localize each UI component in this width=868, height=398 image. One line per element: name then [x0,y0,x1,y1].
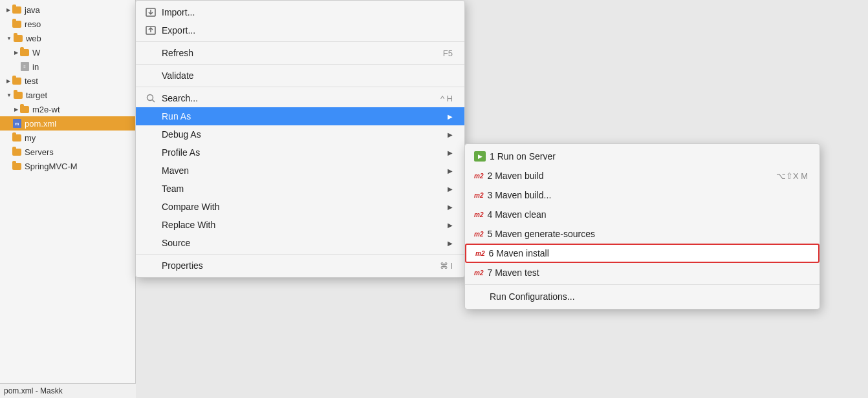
sidebar-item-java[interactable]: ▶ java [0,3,135,17]
separator-4 [136,254,464,255]
context-menu-main: Import... Export... Refresh F5 Validate [135,0,465,278]
sidebar-item-servers[interactable]: ▶ Servers [0,145,135,159]
run-server-icon: ▶ [474,151,486,162]
search-label: Search... [162,93,440,103]
menu-item-run-configurations[interactable]: Run Configurations... [465,287,819,306]
arrow-icon: ▶ [14,50,18,56]
submenu-arrow-icon: ▶ [448,204,453,211]
runas-icon [145,110,157,122]
separator-run [465,284,819,285]
source-icon [145,237,157,249]
sidebar-item-label: SpringMVC-M [25,162,78,171]
sidebar-item-label: reso [25,19,41,29]
submenu-arrow-icon: ▶ [448,240,453,247]
submenu-arrow-icon: ▶ [448,149,453,156]
separator-2 [136,64,464,65]
submenu-arrow-icon: ▶ [448,113,453,120]
menu-item-replacewith[interactable]: Replace With ▶ [136,216,464,234]
menu-item-maven-clean[interactable]: m2 4 Maven clean [465,205,819,224]
context-menu-runas: ▶ 1 Run on Server m2 2 Maven build ⌥⇧X M… [464,143,820,309]
sidebar-item-target[interactable]: ▼ target [0,88,135,102]
sidebar-item-label: in [32,62,39,72]
menu-item-run-server[interactable]: ▶ 1 Run on Server [465,147,819,166]
sidebar-item-label: my [25,133,36,143]
maven-test-label: 7 Maven test [487,267,539,278]
replacewith-label: Replace With [162,220,448,230]
properties-icon [145,260,157,271]
menu-item-maven-generate[interactable]: m2 5 Maven generate-sources [465,224,819,244]
menu-item-import[interactable]: Import... [136,3,464,21]
sidebar-item-reso[interactable]: ▶ reso [0,17,135,31]
menu-item-maven-build[interactable]: m2 2 Maven build ⌥⇧X M [465,166,819,185]
menu-item-debugas[interactable]: Debug As ▶ [136,125,464,143]
xml-file-icon: m [12,118,22,129]
sidebar-item-label: pom.xml [25,119,56,129]
team-icon [145,183,157,194]
import-label: Import... [162,7,453,17]
m2-icon: m2 [474,192,483,199]
menu-item-maven[interactable]: Maven ▶ [136,162,464,180]
submenu-arrow-icon: ▶ [448,185,453,193]
menu-item-source[interactable]: Source ▶ [136,234,464,252]
folder-icon [12,132,22,143]
sidebar-item-label: W [32,48,40,58]
menu-item-properties[interactable]: Properties ⌘ I [136,257,464,275]
arrow-icon: ▶ [6,7,10,13]
debugas-icon [145,129,157,140]
m2-icon: m2 [475,250,484,257]
submenu-arrow-icon: ▶ [448,222,453,229]
svg-line-5 [153,100,155,103]
sidebar-item-label: target [26,90,47,100]
menu-item-search[interactable]: Search... ^ H [136,89,464,107]
profileas-icon [145,147,157,158]
refresh-shortcut: F5 [443,48,453,58]
sidebar-item-my[interactable]: ▶ my [0,131,135,145]
run-configurations-label: Run Configurations... [490,291,575,302]
menu-item-maven-test[interactable]: m2 7 Maven test [465,263,819,282]
run-server-label: 1 Run on Server [490,151,556,162]
menu-item-refresh[interactable]: Refresh F5 [136,44,464,62]
sidebar-item-label: web [26,34,41,43]
debugas-label: Debug As [162,129,448,140]
maven-build-shortcut: ⌥⇧X M [776,171,808,181]
sidebar-item-in[interactable]: ▶ ≡ in [0,59,135,74]
menu-item-team[interactable]: Team ▶ [136,180,464,198]
menu-item-maven-build2[interactable]: m2 3 Maven build... [465,185,819,205]
search-icon [145,92,157,104]
maven-icon [145,165,157,176]
sidebar-item-label: m2e-wt [32,105,60,114]
team-label: Team [162,183,448,194]
properties-label: Properties [162,260,440,271]
folder-icon [12,19,22,29]
sidebar-item-w[interactable]: ▶ W [0,45,135,59]
refresh-icon [145,47,157,59]
menu-item-maven-install[interactable]: m2 6 Maven install [465,244,819,263]
import-icon [145,6,157,18]
menu-item-comparewith[interactable]: Compare With ▶ [136,198,464,216]
separator-1 [136,41,464,42]
folder-icon [13,33,23,43]
sidebar-item-web[interactable]: ▼ web [0,31,135,45]
maven-label: Maven [162,165,448,176]
arrow-icon: ▶ [14,107,18,112]
refresh-label: Refresh [162,48,443,58]
menu-item-runas[interactable]: Run As ▶ [136,107,464,125]
sidebar-item-m2e[interactable]: ▶ m2e-wt [0,102,135,116]
replacewith-icon [145,219,157,231]
export-label: Export... [162,25,453,36]
sidebar-item-test[interactable]: ▶ test [0,74,135,88]
arrow-icon: ▶ [6,78,10,84]
menu-item-validate[interactable]: Validate [136,67,464,85]
menu-item-profileas[interactable]: Profile As ▶ [136,143,464,162]
export-icon [145,25,157,36]
sidebar-item-label: java [25,5,40,15]
menu-item-export[interactable]: Export... [136,21,464,39]
maven-install-label: 6 Maven install [488,248,548,258]
sidebar-item-pom[interactable]: ▶ m pom.xml [0,116,135,131]
sidebar-bottom-label: pom.xml - Maskk [4,386,63,395]
profileas-label: Profile As [162,147,448,158]
search-shortcut: ^ H [440,94,453,103]
maven-build2-label: 3 Maven build... [487,190,551,200]
runas-label: Run As [162,111,448,121]
sidebar-item-springmvc[interactable]: ▶ SpringMVC-M [0,159,135,173]
